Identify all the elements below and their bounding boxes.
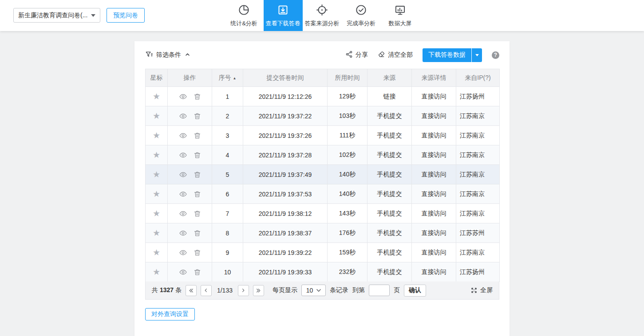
tab-stats-analysis[interactable]: 统计&分析 [225,0,264,31]
cell-source: 手机提交 [367,223,412,243]
table-row: ★ 3 [146,126,500,145]
star-icon[interactable]: ★ [153,92,160,101]
tab-answer-source-analysis[interactable]: 答案来源分析 [303,0,342,31]
target-icon [316,4,328,17]
first-page-button[interactable] [186,285,197,296]
cell-duration: 102秒 [328,145,367,165]
view-answer-eye-icon[interactable] [178,190,188,198]
col-header-seq[interactable]: 序号▲ [212,69,243,87]
cell-submit-time: 2021/11/9 19:39:22 [243,243,328,262]
delete-answer-trash-icon[interactable] [194,151,201,159]
col-header-actions: 操作 [168,69,212,87]
fullscreen-icon [470,287,478,294]
table-row: ★ 2 [146,106,500,126]
cell-seq: 8 [212,223,243,243]
cell-duration: 143秒 [328,204,367,223]
view-answer-eye-icon[interactable] [178,132,188,140]
star-icon[interactable]: ★ [153,248,160,257]
download-answers-button[interactable]: 下载答卷数据 [423,48,471,62]
star-icon[interactable]: ★ [153,209,160,218]
download-options-caret-button[interactable] [472,48,482,62]
help-icon[interactable]: ? [492,51,499,59]
star-icon[interactable]: ★ [153,228,160,238]
cell-duration: 232秒 [328,262,367,282]
view-answer-eye-icon[interactable] [178,249,188,257]
cell-submit-time: 2021/11/9 19:37:28 [243,145,328,165]
star-icon[interactable]: ★ [153,189,160,199]
cell-source: 手机提交 [367,243,412,262]
prev-page-button[interactable] [201,285,212,296]
delete-answer-trash-icon[interactable] [194,171,201,179]
view-answer-eye-icon[interactable] [178,268,188,276]
cell-ip: 江苏扬州 [456,87,500,106]
col-header-submit-time[interactable]: 提交答卷时间 [243,69,328,87]
tab-data-dashboard[interactable]: 数据大屏 [381,0,420,31]
view-answer-eye-icon[interactable] [178,151,188,159]
tab-label: 统计&分析 [230,20,257,27]
share-button[interactable]: 分享 [345,51,368,59]
tab-view-download-answers[interactable]: 查看下载答卷 [264,0,303,31]
view-answer-eye-icon[interactable] [178,229,188,237]
goto-page-input[interactable] [369,285,390,296]
dashboard-icon [394,4,406,17]
total-count: 共 1327 条 [152,286,182,294]
per-page-value: 10 [306,287,313,294]
download-answers-split-button: 下载答卷数据 [423,48,482,62]
clear-all-button[interactable]: 清空全部 [378,51,413,59]
sort-ascending-icon: ▲ [233,76,237,80]
tab-label: 查看下载答卷 [266,20,300,27]
external-query-settings-button[interactable]: 对外查询设置 [145,308,195,320]
star-icon[interactable]: ★ [153,170,160,179]
eraser-icon [378,51,385,59]
delete-answer-trash-icon[interactable] [194,268,201,276]
next-page-button[interactable] [238,285,249,296]
star-icon[interactable]: ★ [153,131,160,140]
delete-answer-trash-icon[interactable] [194,132,201,140]
cell-source: 链接 [367,87,412,106]
cell-duration: 103秒 [328,106,367,126]
cell-seq: 1 [212,87,243,106]
share-icon [345,51,353,59]
view-answer-eye-icon[interactable] [178,112,188,120]
chevron-up-icon [184,51,191,59]
pagination-bar: 共 1327 条 1/133 每页显示 10 [145,281,499,300]
filter-label: 筛选条件 [156,51,181,59]
view-answer-eye-icon[interactable] [178,93,188,101]
star-icon[interactable]: ★ [153,111,160,121]
content-card: 筛选条件 分享 [134,41,510,336]
survey-select[interactable]: 新生廉洁教育调查问卷(... [13,8,100,23]
view-answer-eye-icon[interactable] [178,171,188,179]
cell-seq: 5 [212,165,243,184]
cell-submit-time: 2021/11/9 19:37:22 [243,106,328,126]
delete-answer-trash-icon[interactable] [194,112,201,120]
view-answer-eye-icon[interactable] [178,210,188,218]
col-header-duration[interactable]: 所用时间 [328,69,367,87]
delete-answer-trash-icon[interactable] [194,93,201,101]
cell-seq: 9 [212,243,243,262]
last-page-button[interactable] [253,285,264,296]
chevron-down-icon [316,289,321,292]
star-icon[interactable]: ★ [153,150,160,160]
cell-source: 手机提交 [367,204,412,223]
tab-completion-rate-analysis[interactable]: 完成率分析 [342,0,381,31]
star-icon[interactable]: ★ [153,267,160,277]
fullscreen-toggle[interactable]: 全屏 [470,286,493,294]
pie-chart-icon [238,4,250,17]
col-header-ip[interactable]: 来自IP(?) [456,69,500,87]
per-page-select[interactable]: 10 [301,285,326,296]
cell-submit-time: 2021/11/9 12:12:26 [243,87,328,106]
col-header-source-detail[interactable]: 来源详情 [412,69,456,87]
tab-label: 完成率分析 [347,20,375,27]
delete-answer-trash-icon[interactable] [194,229,201,237]
col-header-source[interactable]: 来源 [367,69,412,87]
delete-answer-trash-icon[interactable] [194,210,201,218]
delete-answer-trash-icon[interactable] [194,249,201,257]
confirm-button[interactable]: 确认 [404,285,426,297]
filter-conditions-toggle[interactable]: 筛选条件 [145,51,191,60]
cell-source-detail: 直接访问 [412,262,456,282]
cell-source-detail: 直接访问 [412,184,456,204]
delete-answer-trash-icon[interactable] [194,190,201,198]
cell-source: 手机提交 [367,165,412,184]
preview-survey-button[interactable]: 预览问卷 [107,8,145,23]
filter-icon [145,51,153,60]
